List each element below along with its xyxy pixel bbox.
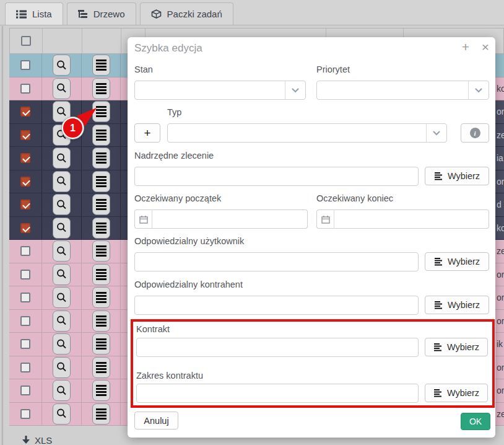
tab-label: Paczki zadań — [167, 9, 222, 19]
zakres-label: Zakres kontraktu — [136, 371, 203, 381]
row-preview-button[interactable] — [53, 287, 71, 308]
row-preview-button[interactable] — [53, 357, 71, 378]
row-menu-button[interactable] — [92, 311, 110, 332]
koniec-label: Oczekiwany koniec — [316, 193, 393, 203]
wybierz-kontrakt-button[interactable]: Wybierz — [425, 338, 488, 356]
row-checkbox[interactable] — [20, 60, 30, 70]
ok-button[interactable]: OK — [461, 413, 490, 430]
row-menu-button[interactable] — [92, 333, 110, 355]
row-menu-button[interactable] — [92, 218, 110, 239]
kontrahent-label: Odpowiedzialny kontrahent — [134, 280, 243, 289]
magnifier-icon — [56, 292, 67, 304]
hamburger-icon — [96, 245, 106, 257]
hamburger-icon — [96, 292, 106, 303]
kontrahent-input[interactable] — [134, 296, 419, 315]
kontrakt-input[interactable] — [136, 338, 419, 357]
row-checkbox[interactable] — [20, 153, 30, 163]
row-checkbox[interactable] — [20, 177, 30, 187]
hamburger-icon — [96, 176, 106, 187]
row-menu-button[interactable] — [92, 55, 110, 76]
row-checkbox[interactable] — [20, 339, 30, 349]
wybierz-label: Wybierz — [447, 388, 479, 398]
row-checkbox[interactable] — [20, 409, 30, 419]
header-cell — [82, 29, 121, 53]
row-menu-button[interactable] — [92, 287, 110, 308]
row-checkbox[interactable] — [20, 386, 30, 395]
row-menu-button[interactable] — [92, 264, 110, 285]
typ-label: Typ — [167, 107, 181, 117]
row-menu-button[interactable] — [92, 240, 110, 262]
dialog-expand-icon[interactable]: + — [458, 40, 473, 55]
row-checkbox[interactable] — [20, 246, 30, 256]
row-preview-button[interactable] — [53, 194, 71, 215]
wybierz-kontrahent-button[interactable]: Wybierz — [425, 296, 489, 314]
row-preview-button[interactable] — [53, 148, 71, 169]
tab-lista[interactable]: Lista — [5, 2, 63, 25]
info-button[interactable]: i — [461, 123, 489, 143]
wybierz-zakres-button[interactable]: Wybierz — [425, 384, 488, 402]
magnifier-icon — [56, 361, 67, 373]
uzytkownik-input[interactable] — [134, 252, 419, 271]
row-checkbox[interactable] — [20, 200, 30, 209]
hamburger-icon — [96, 362, 106, 373]
cancel-button[interactable]: Anuluj — [134, 412, 178, 430]
row-checkbox[interactable] — [20, 107, 30, 117]
row-checkbox[interactable] — [20, 130, 30, 140]
magnifier-icon — [56, 106, 67, 118]
row-preview-button[interactable] — [53, 333, 71, 355]
row-preview-button[interactable] — [53, 171, 71, 192]
priorytet-select[interactable] — [316, 81, 489, 100]
typ-select[interactable] — [167, 123, 447, 143]
row-preview-button[interactable] — [53, 55, 71, 76]
row-menu-button[interactable] — [92, 403, 110, 425]
row-menu-button[interactable] — [92, 171, 110, 192]
row-preview-button[interactable] — [53, 78, 71, 99]
koniec-input[interactable] — [334, 209, 489, 229]
magnifier-icon — [56, 338, 67, 350]
row-menu-button[interactable] — [92, 357, 110, 378]
koniec-date-group — [316, 209, 489, 229]
row-checkbox[interactable] — [20, 316, 30, 326]
left-scroll-ridge — [1, 26, 3, 445]
wybierz-label: Wybierz — [447, 342, 479, 352]
tab-drzewo[interactable]: Drzewo — [67, 2, 136, 25]
wybierz-nadrzedne-button[interactable]: Wybierz — [425, 167, 489, 185]
wybierz-label: Wybierz — [448, 257, 480, 267]
magnifier-icon — [56, 222, 67, 234]
row-checkbox[interactable] — [20, 293, 30, 302]
row-checkbox[interactable] — [20, 270, 30, 280]
magnifier-icon — [56, 245, 67, 257]
row-preview-button[interactable] — [53, 218, 71, 239]
dialog-close-icon[interactable]: × — [478, 40, 493, 55]
row-text-fragment: or — [497, 263, 504, 286]
add-type-button[interactable]: + — [134, 123, 160, 143]
zakres-input[interactable] — [136, 384, 419, 403]
stan-select[interactable] — [134, 81, 306, 100]
row-text-fragment: ze — [497, 124, 504, 147]
row-preview-button[interactable] — [53, 311, 71, 332]
row-preview-button[interactable] — [53, 403, 71, 425]
nadrzedne-input[interactable] — [134, 167, 419, 186]
row-preview-button[interactable] — [53, 264, 71, 285]
row-preview-button[interactable] — [53, 240, 71, 262]
hamburger-icon — [96, 152, 106, 164]
stack-icon — [434, 172, 443, 180]
row-checkbox[interactable] — [20, 363, 30, 372]
row-menu-button[interactable] — [92, 194, 110, 215]
magnifier-icon — [56, 59, 67, 71]
select-all-checkbox[interactable] — [21, 36, 31, 46]
wybierz-uzytkownik-button[interactable]: Wybierz — [425, 252, 489, 271]
row-checkbox[interactable] — [20, 223, 30, 233]
row-text-fragment: or — [497, 379, 504, 402]
row-menu-button[interactable] — [92, 380, 110, 401]
xls-export-link[interactable]: XLS — [22, 435, 52, 445]
quick-edit-dialog: Szybka edycja + × Stan Priorytet Typ + i… — [128, 37, 495, 438]
row-checkbox[interactable] — [20, 84, 30, 94]
tab-paczki[interactable]: Paczki zadań — [140, 2, 233, 25]
row-menu-button[interactable] — [92, 78, 110, 99]
stan-label: Stan — [134, 64, 153, 74]
row-menu-button[interactable] — [92, 148, 110, 169]
row-preview-button[interactable] — [53, 380, 71, 401]
poczatek-input[interactable] — [152, 209, 308, 229]
row-text-fragment: or — [497, 356, 504, 379]
